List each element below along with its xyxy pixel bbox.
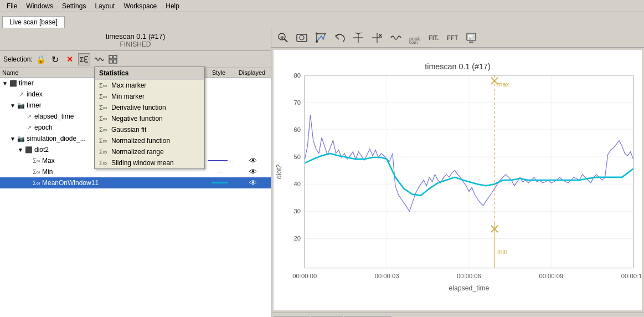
sigma-icon: Σ∞ [99,104,108,111]
camera-tool-btn[interactable] [293,30,310,45]
item-visible-eye[interactable]: 👁 [236,178,270,187]
scan-title-area: timescan 0.1 (#17) FINISHED [0,28,271,51]
svg-point-9 [300,35,304,40]
auto-scale-btn[interactable] [312,30,329,45]
tabbar: Live scan [base] [0,12,644,28]
plot-area: timescan 0.1 (#17) 80 [274,50,642,310]
group-icon: ⬛ [24,146,33,154]
svg-line-6 [285,39,288,42]
item-style [203,182,236,183]
stats-option-derivative[interactable]: Σ∞ Derivative function [95,102,204,113]
stats-option-negative[interactable]: Σ∞ Negative function [95,113,204,124]
menu-workspace[interactable]: Workspace [119,1,161,11]
item-label: MeanOnWindow11 [42,179,203,187]
svg-rect-3 [109,60,112,63]
refresh-button[interactable]: ↻ [49,53,61,65]
stats-option-min-marker[interactable]: Σ∞ Min marker [95,91,204,102]
stats-option-max-marker[interactable]: Σ∞ Max marker [95,80,204,91]
left-panel: timescan 0.1 (#17) FINISHED Selection: 🔒… [0,28,271,317]
lock-button[interactable]: 🔒 [35,53,47,65]
svg-text:max: max [497,81,509,88]
col-style-header: Style [202,69,235,76]
tree-item-mean-on-window[interactable]: Σ∞ MeanOnWindow11 👁 [0,177,271,188]
svg-text:00:00:12: 00:00:12 [621,273,642,279]
grid-button[interactable] [107,53,119,65]
item-visible-eye[interactable]: 👁 [236,156,270,165]
peak-tool-btn[interactable]: peak com [406,30,423,45]
stats-option-sliding-window[interactable]: Σ∞ Sliding window mean [95,157,204,168]
svg-rect-2 [114,55,117,59]
undo-btn[interactable] [331,30,348,45]
svg-rect-4 [114,60,117,63]
svg-text:30: 30 [294,208,301,214]
item-label: simulation_diode_... [27,135,99,142]
selection-label: Selection: [3,55,33,63]
tab-live-scan[interactable]: Live scan [base] [2,16,65,28]
export-btn[interactable]: 📊 [463,30,480,45]
stats-dropdown-header: Statistics [95,67,204,80]
svg-text:00:00:09: 00:00:09 [539,273,563,279]
chart-svg: timescan 0.1 (#17) 80 [274,50,642,310]
expand-icon[interactable]: ▼ [1,80,9,86]
col-displayed-header: Displayed [235,69,269,76]
signal-icon: ↗ [17,91,25,98]
menu-settings[interactable]: Settings [58,1,90,11]
stats-option-normalized-fn[interactable]: Σ∞ Normalized function [95,135,204,146]
crosshair-btn[interactable] [350,30,367,45]
sigma-icon: Σ∞ [99,126,108,133]
stats-option-gaussian[interactable]: Σ∞ Gaussian fit [95,124,204,135]
clear-button[interactable]: ✕ [64,53,76,65]
svg-text:com: com [409,40,418,44]
wave-tool-btn[interactable] [388,30,404,45]
stat-icon: Σ∞ [32,169,41,175]
scan-title: timescan 0.1 (#17) [0,32,271,40]
svg-text:FIT.: FIT. [429,34,439,41]
signal-icon: ↗ [24,124,33,131]
menu-layout[interactable]: Layout [90,1,119,11]
zoom-tool-btn[interactable]: ⊕ [275,30,291,45]
sigma-icon: Σ∞ [99,115,108,122]
waveform-button[interactable] [92,53,105,65]
add-marker-btn[interactable] [369,30,385,45]
fft-tool-btn[interactable]: FFT [444,30,461,45]
fit-tool-btn[interactable]: FIT. [425,30,442,45]
svg-text:50: 50 [294,154,301,160]
expand-icon[interactable]: ▼ [17,147,24,153]
sigma-icon: Σ∞ [99,82,108,89]
svg-text:Σ: Σ [80,56,84,64]
svg-rect-1 [109,55,112,59]
svg-text:diot2: diot2 [275,164,283,179]
svg-text:FFT: FFT [447,34,458,41]
svg-text:00:00:00: 00:00:00 [292,273,317,279]
svg-text:40: 40 [294,181,301,187]
camera-icon: 📷 [17,135,25,142]
svg-text:📊: 📊 [468,34,473,40]
item-visible-eye[interactable]: 👁 [236,167,270,176]
svg-text:⊕: ⊕ [280,35,284,40]
right-panel: ⊕ [271,28,644,317]
sigma-icon: Σ∞ [99,137,108,144]
menu-windows[interactable]: Windows [22,1,58,11]
stats-option-normalized-range[interactable]: Σ∞ Normalized range [95,146,204,157]
svg-text:60: 60 [294,126,301,133]
stat-icon: Σ∞ [32,158,41,164]
stats-button[interactable]: Σ [78,53,90,65]
sigma-icon: Σ∞ [99,160,108,166]
menu-help[interactable]: Help [161,1,184,11]
svg-text:70: 70 [294,99,301,106]
stat-icon: Σ∞ [32,180,41,186]
expand-icon[interactable]: ▼ [9,103,17,109]
sigma-icon: Σ∞ [99,149,108,155]
svg-text:80: 80 [294,72,301,79]
svg-point-10 [316,40,318,43]
menu-file[interactable]: File [2,1,22,11]
sigma-icon: Σ∞ [99,93,108,100]
signal-icon: ↗ [24,113,33,120]
expand-icon[interactable]: ▼ [9,136,17,142]
selection-toolbar: Selection: 🔒 ↻ ✕ Σ [0,51,271,68]
svg-text:min: min [497,248,507,255]
menubar: File Windows Settings Layout Workspace H… [0,0,644,12]
item-label: Min [42,168,203,176]
svg-text:00:00:06: 00:00:06 [457,273,481,279]
group-icon: ⬛ [9,80,18,87]
